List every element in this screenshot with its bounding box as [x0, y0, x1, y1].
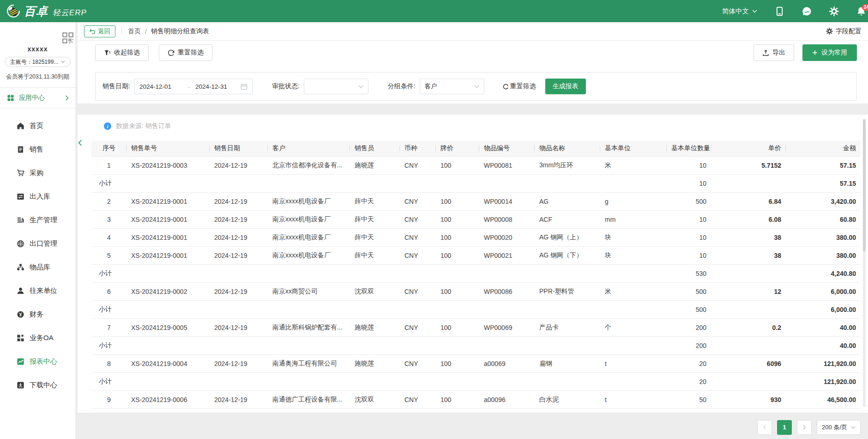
column-header: 牌价 — [436, 140, 479, 156]
breadcrumb-home[interactable]: 首页 — [128, 27, 141, 36]
breadcrumb-current: 销售明细分组查询表 — [151, 27, 209, 36]
table-cell: WP00081 — [479, 156, 535, 174]
table-cell — [268, 174, 350, 192]
table-cell: 2024-12-19 — [210, 210, 268, 228]
data-source-text: 数据来源: 销售订单 — [116, 122, 171, 130]
date-range-input[interactable]: 2024-12-01 → 2024-12-31 — [134, 79, 253, 94]
table-cell: 40.00 — [786, 318, 861, 336]
sidebar-item-finance[interactable]: 财务 — [0, 303, 75, 326]
table-cell — [268, 300, 350, 318]
sidebar-collapse-handle[interactable] — [78, 139, 85, 147]
table-cell: WP00086 — [479, 282, 535, 300]
reset-filter-link[interactable]: 重置筛选 — [503, 82, 536, 91]
date-end-value[interactable]: 2024-12-31 — [195, 83, 238, 90]
column-header: 物品名称 — [535, 140, 600, 156]
page-number-button[interactable]: 1 — [777, 420, 792, 435]
language-selector[interactable]: 简体中文 — [722, 7, 757, 16]
table-cell: 57.15 — [786, 174, 861, 192]
set-favorite-button[interactable]: 设为常用 — [802, 44, 857, 61]
table-cell: 2024-12-19 — [210, 318, 268, 336]
table-cell: 2024-12-19 — [210, 156, 268, 174]
table-row: 7XS-20241219-00052024-12-19南通比斯科锅炉配套有...… — [91, 318, 861, 336]
app-grid-icon — [7, 94, 14, 102]
sidebar-item-partners[interactable]: 往来单位 — [0, 279, 75, 303]
table-cell: 6,000.00 — [786, 282, 861, 300]
table-cell: g — [600, 192, 667, 210]
table-cell: t — [600, 354, 667, 372]
topbar-actions: 简体中文 24 — [722, 6, 863, 16]
table-cell: 白水泥 — [535, 390, 600, 409]
sidebar-item-production[interactable]: 生产管理 — [0, 208, 75, 232]
table-cell: XS-20241219-0001 — [127, 210, 210, 228]
gear-icon[interactable] — [829, 6, 839, 16]
table-cell: mm — [600, 210, 667, 228]
sidebar-item-label: 下载中心 — [30, 381, 57, 390]
home-icon — [17, 122, 24, 130]
sidebar-item-report[interactable]: 报表中心 — [0, 350, 75, 373]
column-header: 单价 — [711, 140, 786, 156]
group-condition-select[interactable]: 客户 — [420, 79, 484, 94]
info-icon: i — [104, 122, 111, 130]
table-cell: CNY — [400, 156, 436, 174]
column-header: 序号 — [91, 140, 127, 156]
table-cell: 南京xxxx机电设备厂 — [268, 246, 350, 264]
table-cell: 南通德广工程设备有限... — [268, 390, 350, 409]
scrollbar-thumb[interactable] — [863, 119, 866, 251]
support-chat-icon[interactable] — [802, 6, 812, 16]
inout-icon — [17, 193, 24, 201]
table-cell: 12 — [711, 282, 786, 300]
app-center-entry[interactable]: 应用中心 — [0, 88, 75, 108]
sidebar-item-items[interactable]: 物品库 — [0, 256, 75, 279]
table-cell: XS-20241219-0006 — [127, 390, 210, 409]
sidebar-item-download[interactable]: 下载中心 — [0, 373, 75, 397]
qr-code-icon[interactable] — [62, 32, 73, 43]
table-cell — [535, 264, 600, 282]
table-cell: 施晓莲 — [350, 318, 400, 336]
table-cell — [400, 372, 436, 390]
table-cell — [350, 336, 400, 354]
sidebar-item-purchase[interactable]: 采购 — [0, 161, 75, 185]
table-cell: 南通奥海工程有限公司 — [268, 354, 350, 372]
bell-icon[interactable]: 24 — [856, 6, 866, 16]
collapse-filter-button[interactable]: 收起筛选 — [95, 44, 149, 61]
table-cell: 530 — [667, 264, 711, 282]
table-cell: 100 — [436, 282, 479, 300]
table-cell: XS-20241219-0005 — [127, 318, 210, 336]
sidebar-item-label: 财务 — [30, 310, 43, 319]
group-condition-value: 客户 — [425, 82, 474, 91]
table-row: 4XS-20241219-00012024-12-19南京xxxx机电设备厂薛中… — [91, 228, 861, 246]
table-cell: CNY — [400, 354, 436, 372]
table-cell: 8 — [91, 354, 127, 372]
reset-filter-button[interactable]: 重置筛选 — [159, 44, 212, 61]
export-button[interactable]: 导出 — [753, 44, 794, 61]
table-cell: XS-20241219-0003 — [127, 156, 210, 174]
prev-page-button[interactable] — [757, 420, 772, 435]
chevron-down-icon — [474, 85, 479, 88]
table-cell — [400, 336, 436, 354]
sidebar-item-home[interactable]: 首页 — [0, 114, 75, 138]
table-cell: 46,500.00 — [786, 390, 861, 409]
table-cell: 7 — [91, 318, 127, 336]
table-cell: 200 — [667, 318, 711, 336]
table-cell — [210, 174, 268, 192]
table-row: 2XS-20241219-00012024-12-19南京xxxx机电设备厂薛中… — [91, 192, 861, 210]
divider — [121, 28, 122, 35]
vertical-scrollbar[interactable] — [863, 119, 866, 407]
account-selector[interactable]: 主账号：1825199... — [5, 57, 71, 67]
next-page-button[interactable] — [797, 420, 812, 435]
sidebar-item-export[interactable]: 出口管理 — [0, 232, 75, 256]
sidebar-item-oa[interactable]: 业务OA — [0, 326, 75, 350]
sidebar-item-sales[interactable]: 销售 — [0, 138, 75, 161]
date-start-value[interactable]: 2024-12-01 — [139, 83, 182, 90]
sidebar-item-label: 业务OA — [30, 334, 54, 342]
mobile-phone-icon[interactable] — [775, 6, 784, 16]
sidebar-item-inout[interactable]: 出入库 — [0, 185, 75, 208]
page-size-select[interactable]: 200 条/页 — [817, 420, 861, 435]
generate-report-button[interactable]: 生成报表 — [545, 79, 586, 94]
sidebar-item-label: 采购 — [30, 169, 43, 177]
approval-status-select[interactable] — [304, 79, 368, 94]
table-cell: 10 — [667, 210, 711, 228]
field-config-button[interactable]: 字段配置 — [826, 27, 862, 36]
sidebar-item-label: 生产管理 — [30, 216, 57, 225]
back-button[interactable]: 返回 — [84, 25, 115, 37]
